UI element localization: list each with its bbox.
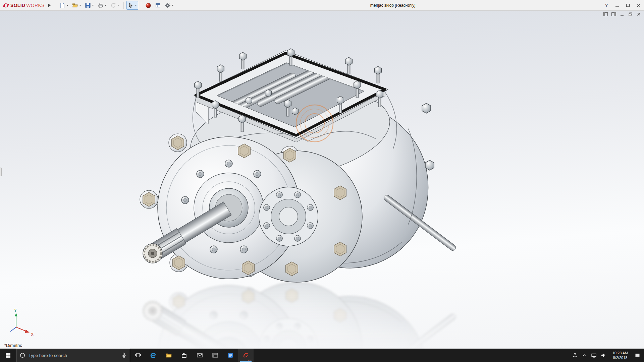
orientation-triad[interactable]: Y X xyxy=(10,308,34,337)
save-floppy-icon xyxy=(85,2,91,8)
model-reflection xyxy=(140,282,457,349)
print-dropdown[interactable] xyxy=(105,5,107,6)
windows-logo-icon xyxy=(5,353,11,358)
document-title: menjac sklop [Read-only] xyxy=(370,3,416,8)
taskbar-app-file-explorer[interactable] xyxy=(161,349,176,362)
network-status-icon[interactable] xyxy=(589,349,598,362)
select-cursor-icon xyxy=(128,2,134,8)
save-dropdown[interactable] xyxy=(92,5,94,6)
open-button[interactable] xyxy=(71,1,83,10)
maximize-button[interactable] xyxy=(623,0,633,10)
triad-x-label: X xyxy=(31,332,34,337)
new-document-icon xyxy=(59,2,65,8)
taskbar-app-store[interactable] xyxy=(176,349,192,362)
new-document-button[interactable] xyxy=(58,1,70,10)
save-button[interactable] xyxy=(84,1,95,10)
child-minimize-button[interactable] xyxy=(620,12,625,16)
system-tray: 10:23 AM 8/2/2018 xyxy=(570,349,644,362)
select-tool-dropdown[interactable] xyxy=(135,5,137,6)
appearance-sphere-icon xyxy=(145,2,151,8)
close-icon xyxy=(637,3,641,7)
gearbox-model[interactable] xyxy=(140,49,457,282)
solidworks-logo: SOLIDWORKS xyxy=(0,3,47,8)
mail-icon xyxy=(197,353,203,358)
3d-scene[interactable]: Y X xyxy=(0,11,644,349)
panel-splitter-handle[interactable] xyxy=(0,168,2,176)
select-tool-button[interactable] xyxy=(126,1,138,10)
start-button[interactable] xyxy=(0,349,16,362)
taskbar-search-box[interactable]: Type here to search xyxy=(16,349,130,362)
graphics-area[interactable]: Y X xyxy=(0,11,644,349)
solidworks-year-label: 2017 xyxy=(247,359,253,362)
child-restore-icon xyxy=(629,12,632,16)
child-close-icon xyxy=(637,12,641,16)
view-orientation-label: *Dimetric xyxy=(4,343,22,348)
undo-dropdown[interactable] xyxy=(117,5,119,6)
pane-right-icon xyxy=(611,12,616,16)
taskbar-app-document[interactable] xyxy=(223,349,238,362)
maximize-icon xyxy=(626,3,630,7)
chevron-up-icon xyxy=(582,354,586,357)
network-icon xyxy=(591,353,596,358)
minimize-button[interactable] xyxy=(612,0,623,10)
solidworks-app-icon xyxy=(243,352,249,358)
task-view-icon xyxy=(135,353,141,358)
window-controls: ? xyxy=(601,0,644,10)
print-button[interactable] xyxy=(96,1,108,10)
close-button[interactable] xyxy=(633,0,644,10)
console-window-icon xyxy=(212,353,218,358)
pane-right-button[interactable] xyxy=(611,12,616,16)
child-restore-button[interactable] xyxy=(628,12,633,16)
show-desktop-button[interactable] xyxy=(642,349,644,362)
undo-arrow-icon xyxy=(110,2,116,8)
toolbar-separator xyxy=(141,2,141,9)
taskbar-clock[interactable]: 10:23 AM 8/2/2018 xyxy=(608,351,633,360)
undo-button[interactable] xyxy=(109,1,121,10)
child-close-button[interactable] xyxy=(636,12,641,16)
edge-browser-icon xyxy=(150,352,156,358)
people-icon[interactable] xyxy=(570,349,580,362)
options-dropdown[interactable] xyxy=(172,5,174,6)
search-placeholder-text: Type here to search xyxy=(29,353,67,358)
taskbar-app-mail[interactable] xyxy=(192,349,207,362)
speaker-icon xyxy=(601,353,606,358)
brand-works: WORKS xyxy=(26,3,44,8)
pane-left-icon xyxy=(603,12,608,16)
cortana-icon xyxy=(20,353,25,358)
toolbar-separator xyxy=(123,2,124,9)
action-center-button[interactable] xyxy=(633,349,642,362)
store-icon xyxy=(181,353,187,358)
gear-icon xyxy=(165,2,171,8)
taskbar-app-console[interactable] xyxy=(207,349,223,362)
document-window-controls xyxy=(603,12,641,16)
options-button[interactable] xyxy=(163,1,175,10)
titlebar: SOLIDWORKS xyxy=(0,0,644,11)
hidden-icons-button[interactable] xyxy=(580,349,589,362)
action-center-icon xyxy=(635,353,640,358)
menu-flyout-button[interactable] xyxy=(47,1,52,10)
open-folder-icon xyxy=(72,2,78,8)
pane-left-button[interactable] xyxy=(603,12,608,16)
child-minimize-icon xyxy=(620,12,624,16)
new-document-dropdown[interactable] xyxy=(66,5,68,6)
standard-toolbar xyxy=(58,1,175,10)
ds-logo-icon xyxy=(3,3,9,8)
document-app-icon xyxy=(228,353,233,358)
windows-taskbar: Type here to search xyxy=(0,349,644,362)
taskbar-app-solidworks[interactable]: 2017 xyxy=(238,349,254,362)
clock-time: 10:23 AM xyxy=(608,351,633,355)
task-view-button[interactable] xyxy=(130,349,146,362)
people-glyph-icon xyxy=(573,353,577,358)
flyout-arrow-icon xyxy=(48,4,51,7)
volume-icon[interactable] xyxy=(598,349,608,362)
open-dropdown[interactable] xyxy=(79,5,81,6)
file-explorer-icon xyxy=(166,353,172,358)
minimize-icon xyxy=(615,3,619,7)
appearances-button[interactable] xyxy=(144,1,153,10)
taskbar-app-edge[interactable] xyxy=(146,349,161,362)
brand-solid: SOLID xyxy=(10,3,25,8)
help-button[interactable]: ? xyxy=(601,0,612,10)
clock-date: 8/2/2018 xyxy=(608,355,633,360)
microphone-icon[interactable] xyxy=(121,353,126,358)
evaluate-button[interactable] xyxy=(154,1,162,10)
